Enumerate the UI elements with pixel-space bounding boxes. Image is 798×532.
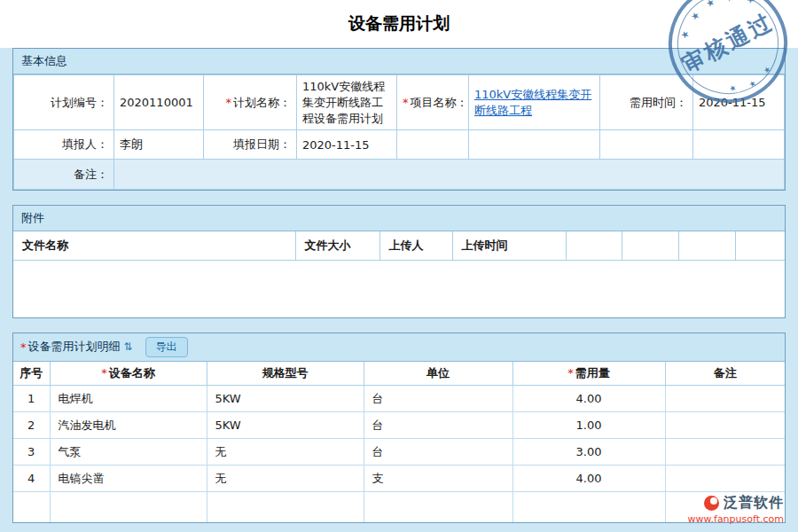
detail-row: 2汽油发电机5KW台1.00	[13, 412, 785, 439]
attachments-header: 附件	[13, 206, 785, 231]
plan-no-label: 计划编号：	[14, 75, 114, 130]
col-seq: 序号	[13, 362, 50, 386]
brand-url: www.fanpusoft.com	[688, 513, 784, 525]
spec-model: 无	[207, 439, 364, 466]
star-icon: ★	[689, 10, 701, 22]
row-index: 2	[13, 412, 50, 439]
attachment-column-empty	[566, 231, 622, 260]
spec-model: 5KW	[207, 386, 364, 412]
reporter-label: 填报人：	[14, 130, 114, 160]
project-name-cell: 110kV安徽线程集变开断线路工程	[469, 75, 600, 130]
row-index: 3	[13, 439, 50, 466]
required-asterisk: *	[403, 96, 409, 109]
equipment-plan-page: 设备需用计划 ★ ★ ★ ★ ★ ★ ★ ★ 审核通过 基本信息 计划编号： 2…	[0, 0, 798, 532]
empty-row	[13, 492, 785, 522]
attachment-column-empty	[622, 231, 678, 260]
empty-cell	[600, 130, 693, 160]
attachments-header-row: 文件名称 文件大小 上传人 上传时间	[13, 231, 785, 260]
unit: 台	[364, 386, 512, 412]
basic-info-panel: 基本信息 计划编号： 2020110001 *计划名称： 110kV安徽线程集变…	[12, 48, 786, 191]
required-qty: 3.00	[512, 439, 665, 466]
page-title: 设备需用计划	[348, 12, 450, 35]
detail-row: 4电镐尖凿无支4.00	[13, 466, 785, 492]
required-asterisk: *	[101, 366, 107, 379]
attachment-column-empty	[735, 231, 785, 260]
project-name-label: *项目名称：	[397, 75, 469, 130]
col-device-name: *设备名称	[50, 362, 207, 386]
plan-name-value: 110kV安徽线程集变开断线路工程设备需用计划	[297, 75, 397, 130]
required-asterisk: *	[226, 96, 232, 109]
required-qty: 4.00	[512, 386, 665, 412]
attachments-panel: 附件 文件名称 文件大小 上传人 上传时间	[12, 205, 786, 318]
star-icon: ★	[763, 65, 772, 75]
info-row: 备注：	[14, 160, 785, 190]
remark-value	[114, 160, 785, 190]
export-button[interactable]: 导出	[145, 337, 188, 357]
device-name: 电焊机	[50, 386, 207, 412]
remark-label: 备注：	[14, 160, 114, 190]
basic-info-table: 计划编号： 2020110001 *计划名称： 110kV安徽线程集变开断线路工…	[13, 74, 785, 190]
info-row: 填报人： 李朗 填报日期： 2020-11-15	[14, 130, 785, 160]
star-icon: ★	[745, 0, 757, 6]
sort-icon[interactable]: ⇅	[124, 340, 133, 353]
attachments-table: 文件名称 文件大小 上传人 上传时间	[13, 231, 785, 261]
empty-cell	[50, 492, 207, 522]
detail-row: 1电焊机5KW台4.00	[13, 386, 785, 412]
star-icon: ★	[679, 28, 692, 41]
remark	[665, 386, 785, 412]
details-title: 设备需用计划明细	[28, 339, 121, 355]
col-spec-model: 规格型号	[207, 362, 364, 386]
vendor-branding: 泛普软件 www.fanpusoft.com	[688, 494, 784, 525]
star-icon: ★	[747, 79, 757, 90]
spec-model: 5KW	[207, 412, 364, 439]
row-index: 1	[13, 386, 50, 412]
spec-model: 无	[207, 466, 364, 492]
device-name: 气泵	[50, 439, 207, 466]
remark	[665, 439, 785, 466]
col-required-qty: *需用量	[512, 362, 665, 386]
unit: 支	[364, 466, 512, 492]
unit: 台	[364, 412, 512, 439]
required-asterisk: *	[20, 340, 27, 354]
empty-cell	[469, 130, 600, 160]
attachments-empty-area	[13, 261, 785, 317]
fanpu-logo-icon	[704, 496, 719, 511]
col-unit: 单位	[364, 362, 512, 386]
details-table: 序号 *设备名称 规格型号 单位 *需用量 备注 1电焊机5KW台4.002汽油…	[13, 362, 785, 522]
required-asterisk: *	[567, 366, 574, 379]
details-header-bar: * 设备需用计划明细 ⇅ 导出	[13, 333, 785, 362]
project-name-link[interactable]: 110kV安徽线程集变开断线路工程	[474, 88, 591, 117]
remark	[665, 466, 785, 492]
empty-cell	[13, 492, 50, 522]
attachment-column-filename: 文件名称	[13, 231, 295, 260]
details-header-row: 序号 *设备名称 规格型号 单位 *需用量 备注	[13, 362, 785, 386]
attachment-column-empty	[678, 231, 735, 260]
empty-cell	[512, 492, 665, 522]
reporter-value: 李朗	[114, 130, 204, 160]
plan-name-label: *计划名称：	[204, 75, 297, 130]
star-icon: ★	[728, 83, 738, 94]
brand-name: 泛普软件	[724, 494, 784, 512]
attachment-column-filesize: 文件大小	[295, 231, 379, 260]
empty-cell	[397, 130, 469, 160]
star-icon: ★	[724, 0, 736, 4]
remark	[665, 412, 785, 439]
empty-cell	[364, 492, 512, 522]
attachment-column-uploadtime: 上传时间	[452, 231, 566, 260]
plan-no-value: 2020110001	[114, 75, 204, 130]
required-qty: 1.00	[512, 412, 665, 439]
device-name: 汽油发电机	[50, 412, 207, 439]
detail-row: 3气泵无台3.00	[13, 439, 785, 466]
row-index: 4	[13, 466, 50, 492]
required-qty: 4.00	[512, 466, 665, 492]
unit: 台	[364, 439, 512, 466]
empty-cell	[693, 130, 785, 160]
empty-cell	[207, 492, 364, 522]
col-remark: 备注	[665, 362, 785, 386]
report-date-value: 2020-11-15	[297, 130, 397, 160]
info-row: 计划编号： 2020110001 *计划名称： 110kV安徽线程集变开断线路工…	[14, 75, 785, 130]
report-date-label: 填报日期：	[204, 130, 297, 160]
attachment-column-uploader: 上传人	[379, 231, 452, 260]
device-name: 电镐尖凿	[50, 466, 207, 492]
details-panel: * 设备需用计划明细 ⇅ 导出 序号 *设备名称 规格型号 单位 *需用量 备注…	[12, 332, 786, 523]
